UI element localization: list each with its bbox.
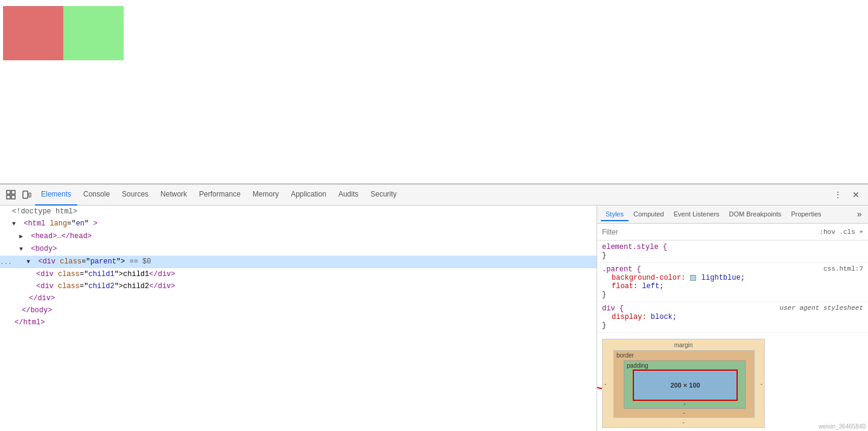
css-rule-div: div { user agent stylesheet display: blo…: [597, 302, 868, 333]
styles-panel: Styles Computed Event Listeners DOM Brea…: [597, 206, 868, 431]
child2-box: [63, 6, 124, 60]
html-line-closediv[interactable]: </div>: [0, 292, 597, 304]
box-model-diagram: margin - - - border - padding -: [602, 339, 765, 429]
css-div-selector: div {: [602, 304, 624, 313]
tab-audits[interactable]: Audits: [332, 184, 364, 206]
devtools-panel: Elements Console Sources Network Perform…: [0, 184, 868, 431]
box-model-margin: margin - - - border - padding -: [602, 339, 765, 428]
inspect-icon[interactable]: [4, 187, 18, 202]
child1-box: [3, 6, 63, 60]
styles-subtabs: Styles Computed Event Listeners DOM Brea…: [597, 206, 868, 224]
html-panel[interactable]: <!doctype html> ▼ <html lang="en" > ▶ <h…: [0, 206, 597, 431]
html-line-html[interactable]: ▼ <html lang="en" >: [0, 218, 597, 230]
css-parent-selector: .parent {: [602, 265, 641, 274]
svg-rect-0: [7, 190, 10, 194]
css-bgcolor-value: lightblue;: [702, 274, 745, 282]
css-bgcolor-prop: background-color:: [602, 274, 685, 282]
box-model-container: margin - - - border - padding -: [597, 339, 868, 429]
subtab-event-listeners[interactable]: Event Listeners: [669, 208, 724, 221]
svg-rect-3: [11, 195, 15, 199]
browser-preview: child1 child2: [0, 0, 868, 184]
html-line-closebody[interactable]: </body>: [0, 304, 597, 316]
css-selector: element.style {: [602, 243, 667, 251]
tab-console[interactable]: Console: [77, 184, 116, 206]
tab-performance[interactable]: Performance: [193, 184, 247, 206]
box-model-content-size: 200 × 100: [670, 382, 700, 389]
device-toggle-icon[interactable]: [19, 187, 34, 202]
html-line-doctype[interactable]: <!doctype html>: [0, 206, 597, 218]
html-line-closehtml[interactable]: </html>: [0, 316, 597, 329]
box-model-border-label: border: [616, 352, 634, 359]
html-line-body[interactable]: ▼ <body>: [0, 243, 597, 256]
styles-filter-input[interactable]: [602, 228, 819, 236]
svg-rect-1: [11, 190, 15, 194]
html-line-child1[interactable]: <div class="child1">child1</div>: [0, 268, 597, 280]
svg-rect-2: [7, 195, 10, 199]
box-model-border: border - padding - 200 × 100: [613, 350, 755, 418]
box-model-content: 200 × 100: [633, 370, 738, 401]
box-model-padding-label: padding: [627, 362, 648, 369]
tab-network[interactable]: Network: [154, 184, 193, 206]
html-line-child2[interactable]: <div class="child2">child2</div>: [0, 280, 597, 292]
subtab-styles[interactable]: Styles: [601, 208, 629, 221]
css-rule-parent: .parent { css.html:7 background-color: l…: [597, 263, 868, 302]
box-model-padding: padding - 200 × 100: [624, 360, 746, 409]
subtab-dom-breakpoints[interactable]: DOM Breakpoints: [724, 208, 787, 221]
html-line-parent[interactable]: ... ▼ <div class="parent"> == $0: [0, 256, 597, 268]
subtab-computed[interactable]: Computed: [629, 208, 669, 221]
ua-label: user agent stylesheet: [779, 304, 863, 312]
tab-security[interactable]: Security: [364, 184, 402, 206]
css-display-value: block;: [651, 313, 677, 321]
filter-hov-cls[interactable]: :hov .cls +: [819, 228, 863, 236]
color-swatch[interactable]: [690, 275, 696, 281]
svg-rect-4: [23, 191, 28, 198]
devtools-main: <!doctype html> ▼ <html lang="en" > ▶ <h…: [0, 206, 868, 431]
devtools-toolbar: Elements Console Sources Network Perform…: [0, 184, 868, 206]
more-options-icon[interactable]: ⋮: [831, 187, 845, 202]
html-line-head[interactable]: ▶ <head>…</head>: [0, 230, 597, 243]
css-float-prop: float:: [602, 282, 638, 291]
styles-filter-bar: :hov .cls +: [597, 224, 868, 241]
watermark: weixin_36465840: [819, 423, 866, 430]
css-rule-element-style: element.style { }: [597, 241, 868, 263]
tab-sources[interactable]: Sources: [116, 184, 154, 206]
css-float-value: left;: [642, 282, 664, 291]
more-subtabs-icon[interactable]: »: [855, 210, 864, 219]
tab-memory[interactable]: Memory: [247, 184, 285, 206]
subtab-properties[interactable]: Properties: [786, 208, 826, 221]
css-display-prop: display:: [602, 313, 647, 321]
tab-application[interactable]: Application: [285, 184, 332, 206]
close-devtools-icon[interactable]: ✕: [849, 187, 863, 202]
css-parent-source: css.html:7: [823, 265, 863, 272]
box-model-margin-label: margin: [674, 342, 693, 348]
tab-elements[interactable]: Elements: [35, 184, 77, 206]
svg-rect-5: [29, 193, 31, 197]
